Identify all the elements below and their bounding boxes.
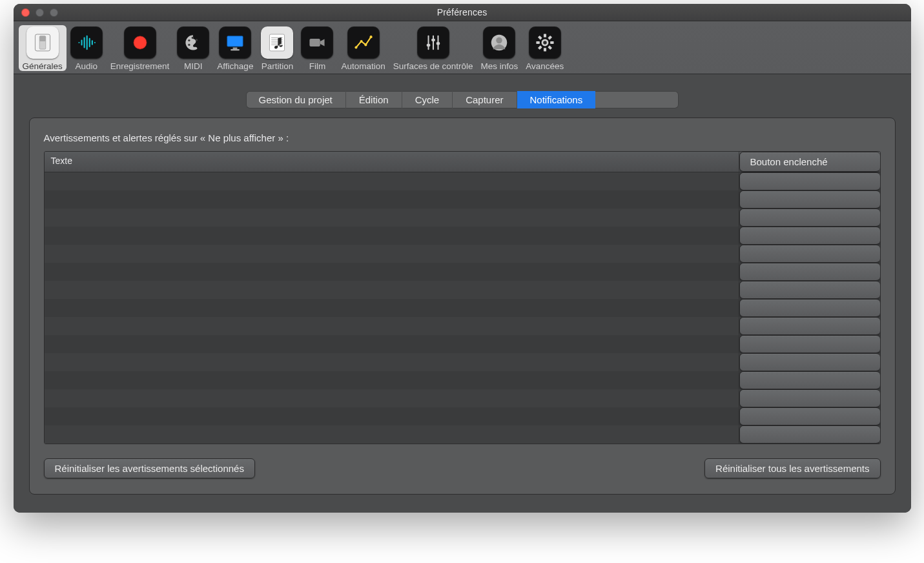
table-row[interactable]	[45, 190, 880, 209]
column-header-text[interactable]: Texte	[45, 152, 739, 172]
tab-gestion[interactable]: Gestion du projet	[246, 91, 346, 108]
cell-text	[45, 317, 739, 335]
toolbar-item-avancees[interactable]: Avancées	[522, 25, 568, 71]
column-header-button[interactable]: Bouton enclenché	[739, 152, 880, 172]
camera-icon	[301, 26, 333, 59]
sub-tabs: Gestion du projetÉditionCycleCapturerNot…	[246, 91, 679, 108]
svg-point-48	[543, 41, 546, 44]
svg-point-28	[360, 40, 362, 43]
svg-rect-19	[231, 49, 240, 50]
tab-notifications[interactable]: Notifications	[517, 91, 596, 108]
svg-point-27	[354, 46, 357, 48]
cell-button	[739, 299, 880, 317]
cell-text	[45, 389, 739, 407]
svg-rect-36	[436, 42, 439, 45]
svg-point-14	[196, 39, 198, 41]
cell-button	[739, 281, 880, 299]
svg-rect-16	[227, 36, 243, 46]
cell-text	[45, 245, 739, 263]
table-row[interactable]	[45, 209, 880, 227]
reset-selected-button[interactable]: Réinitialiser les avertissements sélecti…	[44, 458, 255, 478]
svg-rect-40	[544, 34, 546, 37]
cell-text	[45, 299, 739, 317]
toolbar-item-midi[interactable]: MIDI	[173, 25, 213, 71]
cell-text	[45, 281, 739, 299]
svg-point-29	[364, 43, 367, 46]
table-row[interactable]	[45, 299, 880, 317]
toolbar-item-label: Audio	[76, 61, 98, 71]
toolbar-item-mesinfos[interactable]: Mes infos	[477, 25, 522, 71]
cell-text	[45, 407, 739, 425]
cell-text	[45, 353, 739, 371]
tab-edition[interactable]: Édition	[346, 91, 402, 108]
notifications-panel: Avertissements et alertes réglés sur « N…	[29, 118, 896, 495]
svg-point-12	[189, 39, 190, 41]
svg-rect-2	[39, 36, 46, 41]
table-body[interactable]	[45, 172, 880, 444]
toolbar-item-audio[interactable]: Audio	[67, 25, 107, 71]
cell-button	[739, 245, 880, 263]
toolbar-item-label: Affichage	[217, 61, 253, 71]
cell-button	[739, 227, 880, 245]
toolbar-item-enregistrement[interactable]: Enregistrement	[107, 25, 174, 71]
toolbar-item-label: MIDI	[184, 61, 203, 71]
cell-button	[739, 209, 880, 227]
footer: Réinitialiser les avertissements sélecti…	[44, 458, 881, 478]
svg-point-13	[192, 37, 194, 39]
toolbar-item-label: Enregistrement	[110, 61, 170, 71]
svg-rect-18	[233, 47, 238, 49]
reset-all-button[interactable]: Réinitialiser tous les avertissements	[704, 458, 880, 478]
table-row[interactable]	[45, 263, 880, 281]
table-row[interactable]	[45, 425, 880, 444]
score-icon	[261, 26, 293, 59]
cell-text	[45, 425, 739, 444]
table-row[interactable]	[45, 281, 880, 299]
cell-button	[739, 335, 880, 353]
table-row[interactable]	[45, 317, 880, 335]
toolbar-item-label: Partition	[262, 61, 294, 71]
svg-point-38	[497, 37, 503, 44]
table-row[interactable]	[45, 172, 880, 190]
cell-button	[739, 263, 880, 281]
toolbar-item-automation[interactable]: Automation	[337, 25, 389, 71]
table-row[interactable]	[45, 353, 880, 371]
warnings-table: Texte Bouton enclenché	[44, 151, 881, 444]
cell-button	[739, 172, 880, 190]
toolbar-item-surfaces[interactable]: Surfaces de contrôle	[389, 25, 477, 71]
cell-text	[45, 209, 739, 227]
tab-cycle[interactable]: Cycle	[402, 91, 453, 108]
display-icon	[219, 26, 251, 59]
cell-text	[45, 227, 739, 245]
record-icon	[124, 26, 156, 59]
table-row[interactable]	[45, 245, 880, 263]
sliders-icon	[417, 26, 449, 59]
table-row[interactable]	[45, 389, 880, 407]
table-row[interactable]	[45, 227, 880, 245]
svg-rect-47	[538, 36, 542, 40]
cell-text	[45, 190, 739, 209]
user-icon	[483, 26, 515, 59]
table-row[interactable]	[45, 407, 880, 425]
close-button[interactable]	[21, 8, 30, 17]
toolbar-item-partition[interactable]: Partition	[257, 25, 297, 71]
cell-button	[739, 353, 880, 371]
svg-rect-42	[550, 41, 553, 44]
palette-icon	[177, 26, 209, 59]
cell-button	[739, 190, 880, 209]
svg-rect-43	[548, 45, 552, 50]
table-row[interactable]	[45, 371, 880, 389]
zoom-button[interactable]	[50, 8, 58, 17]
automation-icon	[347, 26, 380, 59]
toolbar: GénéralesAudioEnregistrementMIDIAffichag…	[14, 21, 911, 74]
toolbar-item-film[interactable]: Film	[297, 25, 337, 71]
table-header: Texte Bouton enclenché	[45, 152, 880, 172]
toolbar-item-generales[interactable]: Générales	[19, 25, 67, 71]
svg-point-15	[189, 44, 190, 46]
minimize-button[interactable]	[36, 8, 44, 17]
toolbar-item-label: Générales	[23, 61, 63, 71]
svg-rect-45	[538, 45, 542, 50]
tab-capturer[interactable]: Capturer	[453, 91, 517, 108]
svg-point-30	[369, 36, 372, 38]
table-row[interactable]	[45, 335, 880, 353]
toolbar-item-affichage[interactable]: Affichage	[213, 25, 257, 71]
